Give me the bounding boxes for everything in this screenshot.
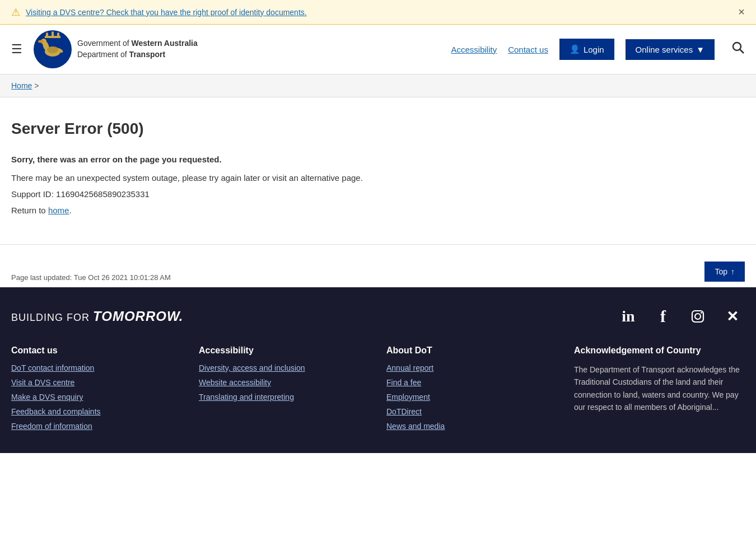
- footer-accessibility-heading: Accessibility: [199, 346, 370, 356]
- menu-button[interactable]: ☰: [11, 42, 22, 57]
- breadcrumb-separator: >: [34, 81, 39, 90]
- linkedin-icon[interactable]: in: [616, 304, 641, 329]
- footer-link-dvs-enquiry[interactable]: Make a DVS enquiry: [11, 393, 182, 402]
- footer-link-dotdirect[interactable]: DoTDirect: [386, 407, 557, 416]
- footer-link-website-accessibility[interactable]: Website accessibility: [199, 378, 370, 387]
- logo-line1: Government of Western Australia: [77, 38, 198, 49]
- home-link[interactable]: home: [48, 206, 69, 215]
- chevron-down-icon: ▼: [696, 45, 704, 54]
- error-intro: Sorry, there was an error on the page yo…: [11, 155, 493, 164]
- alert-banner: ⚠ Visiting a DVS centre? Check that you …: [0, 0, 756, 25]
- login-button[interactable]: 👤 Login: [559, 39, 614, 60]
- nav-accessibility[interactable]: Accessibility: [451, 45, 497, 54]
- arrow-up-icon: ↑: [731, 267, 735, 276]
- last-updated-text: Page last updated: Tue Oct 26 2021 10:01…: [11, 273, 171, 282]
- footer-col-acknowledgement: Acknowledgement of Country The Departmen…: [574, 346, 745, 436]
- svg-point-6: [47, 46, 58, 53]
- svg-point-14: [733, 43, 741, 50]
- footer-link-foi[interactable]: Freedom of information: [11, 422, 182, 431]
- twitter-x-icon[interactable]: ✕: [720, 304, 745, 329]
- page-title: Server Error (500): [11, 120, 493, 138]
- site-footer: BUILDING FOR TOMORROW. in f ✕ Contact us…: [0, 287, 756, 453]
- footer-col-accessibility: Accessibility Diversity, access and incl…: [199, 346, 370, 436]
- search-button[interactable]: [731, 41, 745, 58]
- nav-contact-us[interactable]: Contact us: [508, 45, 548, 54]
- return-to: Return to home.: [11, 206, 493, 215]
- footer-link-news[interactable]: News and media: [386, 422, 557, 431]
- footer-link-translating[interactable]: Translating and interpreting: [199, 393, 370, 402]
- svg-line-15: [740, 50, 744, 54]
- last-updated-section: Page last updated: Tue Oct 26 2021 10:01…: [0, 244, 756, 287]
- footer-col-contact: Contact us DoT contact information Visit…: [11, 346, 182, 436]
- breadcrumb-home[interactable]: Home: [11, 81, 32, 90]
- footer-link-dvs-centre[interactable]: Visit a DVS centre: [11, 378, 182, 387]
- footer-link-find-fee[interactable]: Find a fee: [386, 378, 557, 387]
- footer-link-diversity[interactable]: Diversity, access and inclusion: [199, 363, 370, 372]
- alert-banner-content: ⚠ Visiting a DVS centre? Check that you …: [11, 6, 307, 18]
- error-body: There may be an unexpected system outage…: [11, 173, 493, 183]
- bft-logo: BUILDING FOR TOMORROW.: [11, 309, 183, 324]
- site-logo-area: Government of Western Australia Departme…: [34, 30, 440, 68]
- breadcrumb: Home >: [0, 74, 756, 97]
- facebook-icon[interactable]: f: [651, 304, 675, 329]
- top-button[interactable]: Top ↑: [704, 262, 745, 282]
- footer-about-heading: About DoT: [386, 346, 557, 356]
- social-icons: in f ✕: [616, 304, 745, 329]
- logo-line2: Department of Transport: [77, 49, 198, 60]
- support-id: Support ID: 11690425685890235331: [11, 189, 493, 199]
- footer-link-annual-report[interactable]: Annual report: [386, 363, 557, 372]
- person-icon: 👤: [570, 44, 580, 54]
- wa-logo-image: [34, 30, 72, 68]
- svg-point-13: [57, 32, 59, 35]
- main-nav: Accessibility Contact us: [451, 45, 548, 54]
- svg-point-18: [701, 312, 702, 314]
- footer-col-about: About DoT Annual report Find a fee Emplo…: [386, 346, 557, 436]
- alert-close-button[interactable]: ×: [738, 6, 745, 18]
- search-icon: [731, 41, 745, 54]
- footer-links: Contact us DoT contact information Visit…: [11, 346, 745, 436]
- svg-point-11: [46, 32, 48, 35]
- footer-contact-heading: Contact us: [11, 346, 182, 356]
- footer-acknowledgement-text: The Department of Transport acknowledges…: [574, 363, 745, 414]
- alert-link[interactable]: Visiting a DVS centre? Check that you ha…: [26, 8, 307, 17]
- footer-link-feedback[interactable]: Feedback and complaints: [11, 407, 182, 416]
- footer-top: BUILDING FOR TOMORROW. in f ✕: [11, 304, 745, 329]
- svg-point-12: [52, 31, 54, 34]
- svg-point-17: [695, 314, 701, 319]
- alert-icon: ⚠: [11, 6, 20, 18]
- footer-link-dot-contact[interactable]: DoT contact information: [11, 363, 182, 372]
- site-header: ☰: [0, 25, 756, 74]
- online-services-button[interactable]: Online services ▼: [626, 39, 715, 60]
- main-content: Server Error (500) Sorry, there was an e…: [0, 97, 504, 244]
- instagram-icon[interactable]: [685, 304, 710, 329]
- footer-acknowledgement-heading: Acknowledgement of Country: [574, 346, 745, 356]
- footer-link-employment[interactable]: Employment: [386, 393, 557, 402]
- svg-point-4: [38, 40, 44, 43]
- logo-text: Government of Western Australia Departme…: [77, 38, 198, 60]
